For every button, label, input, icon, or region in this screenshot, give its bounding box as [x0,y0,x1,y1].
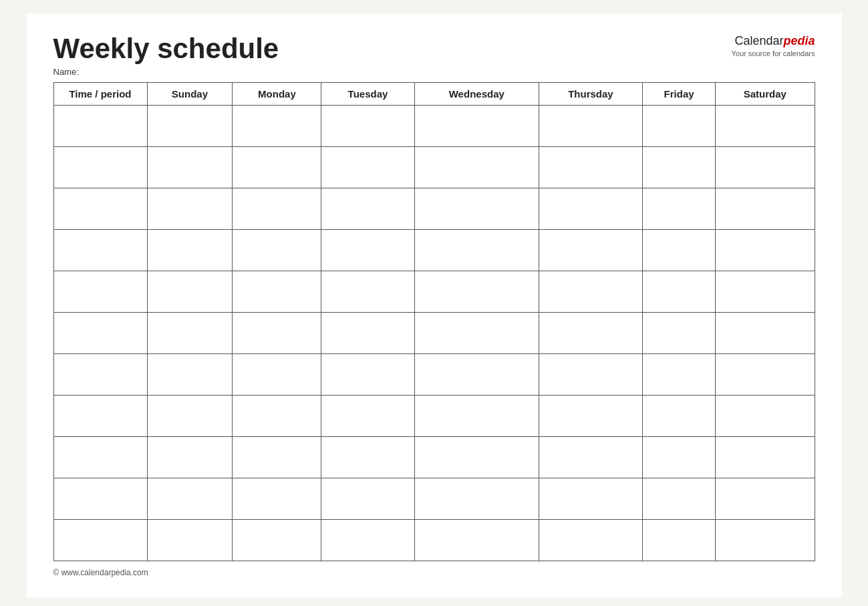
table-cell[interactable] [716,437,815,478]
table-cell[interactable] [642,437,715,478]
table-cell[interactable] [539,188,643,230]
table-cell[interactable] [147,188,233,230]
table-cell[interactable] [53,437,147,478]
table-cell[interactable] [147,230,233,271]
table-cell[interactable] [321,188,414,230]
table-cell[interactable] [321,520,414,561]
table-cell[interactable] [53,313,147,354]
table-cell[interactable] [233,313,321,354]
table-cell[interactable] [414,230,539,271]
table-cell[interactable] [53,520,147,561]
table-cell[interactable] [53,354,147,396]
table-row [53,520,815,561]
table-cell[interactable] [539,396,643,437]
table-cell[interactable] [716,271,815,313]
table-cell[interactable] [539,313,643,354]
table-cell[interactable] [642,520,715,561]
table-cell[interactable] [147,106,233,147]
table-cell[interactable] [147,396,233,437]
table-cell[interactable] [414,147,539,188]
table-cell[interactable] [716,188,815,230]
table-cell[interactable] [53,396,147,437]
table-row [53,230,815,271]
table-row [53,354,815,396]
table-cell[interactable] [642,271,715,313]
table-cell[interactable] [321,478,414,520]
table-cell[interactable] [642,106,715,147]
table-cell[interactable] [716,396,815,437]
footer: © www.calendarpedia.com [53,568,815,577]
header: Weekly schedule Name: Calendarpedia Your… [53,33,815,77]
table-cell[interactable] [53,188,147,230]
table-cell[interactable] [147,437,233,478]
table-cell[interactable] [716,354,815,396]
table-cell[interactable] [642,147,715,188]
table-cell[interactable] [716,147,815,188]
table-cell[interactable] [414,106,539,147]
table-cell[interactable] [147,313,233,354]
table-cell[interactable] [321,313,414,354]
table-cell[interactable] [147,354,233,396]
table-cell[interactable] [539,437,643,478]
table-cell[interactable] [53,147,147,188]
table-cell[interactable] [147,478,233,520]
table-cell[interactable] [642,230,715,271]
page: Weekly schedule Name: Calendarpedia Your… [27,13,842,597]
table-cell[interactable] [233,396,321,437]
table-cell[interactable] [414,520,539,561]
header-wednesday: Wednesday [414,83,539,106]
table-cell[interactable] [414,396,539,437]
table-cell[interactable] [642,313,715,354]
table-cell[interactable] [642,188,715,230]
table-cell[interactable] [539,478,643,520]
table-cell[interactable] [233,106,321,147]
table-cell[interactable] [642,478,715,520]
table-cell[interactable] [642,354,715,396]
table-cell[interactable] [233,271,321,313]
table-cell[interactable] [233,230,321,271]
table-cell[interactable] [321,106,414,147]
table-cell[interactable] [321,354,414,396]
table-cell[interactable] [53,271,147,313]
table-cell[interactable] [147,147,233,188]
table-cell[interactable] [147,271,233,313]
table-cell[interactable] [321,437,414,478]
table-cell[interactable] [539,147,643,188]
table-cell[interactable] [716,520,815,561]
table-cell[interactable] [414,354,539,396]
table-cell[interactable] [53,478,147,520]
table-cell[interactable] [147,520,233,561]
logo-calendar: Calendar [734,34,783,47]
table-cell[interactable] [539,354,643,396]
table-cell[interactable] [642,396,715,437]
table-row [53,396,815,437]
table-row [53,271,815,313]
table-cell[interactable] [716,106,815,147]
table-cell[interactable] [414,188,539,230]
table-cell[interactable] [414,478,539,520]
table-cell[interactable] [414,437,539,478]
table-row [53,106,815,147]
table-cell[interactable] [321,396,414,437]
table-cell[interactable] [414,313,539,354]
table-cell[interactable] [539,271,643,313]
table-cell[interactable] [321,230,414,271]
table-cell[interactable] [539,230,643,271]
table-cell[interactable] [233,478,321,520]
table-cell[interactable] [321,147,414,188]
table-cell[interactable] [233,354,321,396]
table-cell[interactable] [233,520,321,561]
table-cell[interactable] [53,230,147,271]
table-cell[interactable] [716,313,815,354]
table-cell[interactable] [233,437,321,478]
table-cell[interactable] [716,478,815,520]
table-cell[interactable] [233,188,321,230]
table-cell[interactable] [716,230,815,271]
table-cell[interactable] [321,271,414,313]
table-cell[interactable] [414,271,539,313]
header-friday: Friday [642,83,715,106]
table-cell[interactable] [53,106,147,147]
table-cell[interactable] [539,106,643,147]
table-cell[interactable] [539,520,643,561]
table-cell[interactable] [233,147,321,188]
